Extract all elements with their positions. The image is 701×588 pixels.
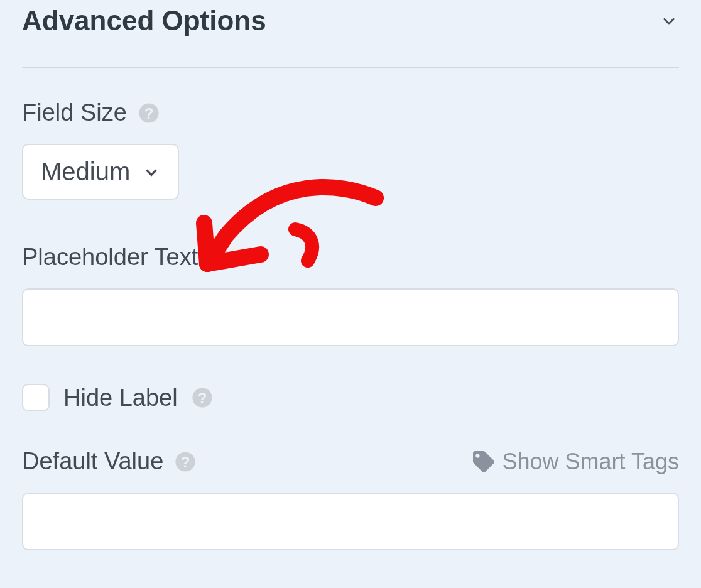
help-icon[interactable]: ? — [209, 247, 231, 268]
field-size-selected: Medium — [41, 158, 130, 186]
show-smart-tags-button[interactable]: Show Smart Tags — [472, 449, 679, 475]
chevron-down-icon[interactable] — [659, 11, 679, 31]
field-size-label: Field Size — [22, 99, 127, 126]
svg-text:?: ? — [197, 389, 207, 406]
advanced-options-header[interactable]: Advanced Options — [22, 0, 679, 68]
placeholder-text-label-row: Placeholder Text ? — [22, 244, 679, 271]
hide-label-checkbox[interactable] — [22, 384, 50, 411]
help-icon[interactable]: ? — [138, 102, 160, 124]
svg-text:?: ? — [181, 453, 190, 470]
field-size-label-row: Field Size ? — [22, 99, 679, 126]
default-value-label-row: Default Value ? — [22, 448, 196, 475]
placeholder-text-section: Placeholder Text ? — [22, 244, 679, 346]
help-icon[interactable]: ? — [175, 451, 196, 472]
hide-label-label: Hide Label — [63, 384, 178, 411]
default-value-header: Default Value ? Show Smart Tags — [22, 448, 679, 475]
placeholder-text-input[interactable] — [22, 288, 679, 346]
placeholder-text-label: Placeholder Text — [22, 244, 198, 271]
field-size-section: Field Size ? Medium — [22, 99, 679, 200]
tags-icon — [472, 450, 495, 473]
hide-label-row: Hide Label ? — [22, 384, 679, 411]
svg-text:?: ? — [215, 249, 225, 266]
panel-title: Advanced Options — [22, 5, 266, 36]
help-icon[interactable]: ? — [192, 387, 213, 408]
default-value-label: Default Value — [22, 448, 163, 475]
chevron-down-icon — [143, 163, 160, 181]
svg-text:?: ? — [144, 104, 153, 121]
show-smart-tags-label: Show Smart Tags — [503, 449, 679, 475]
default-value-input[interactable] — [22, 493, 679, 550]
field-size-select[interactable]: Medium — [22, 144, 179, 200]
default-value-section: Default Value ? Show Smart Tags — [22, 448, 679, 550]
